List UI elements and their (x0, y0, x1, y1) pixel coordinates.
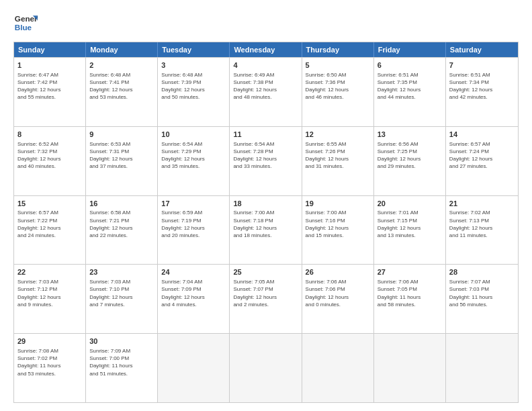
day-number: 21 (449, 199, 515, 209)
calendar-header: SundayMondayTuesdayWednesdayThursdayFrid… (14, 42, 518, 57)
day-number: 30 (89, 336, 154, 347)
calendar-cell: 28Sunrise: 7:07 AM Sunset: 7:03 PM Dayli… (446, 265, 518, 333)
calendar-cell (158, 334, 230, 402)
calendar-row: 8Sunrise: 6:52 AM Sunset: 7:32 PM Daylig… (14, 126, 518, 195)
day-number: 7 (449, 60, 515, 71)
day-info: Sunrise: 7:06 AM Sunset: 7:06 PM Dayligh… (306, 278, 370, 308)
weekday-header: Wednesday (230, 42, 302, 57)
weekday-header: Tuesday (158, 42, 230, 57)
calendar-cell: 12Sunrise: 6:55 AM Sunset: 7:26 PM Dayli… (302, 127, 374, 195)
calendar: SundayMondayTuesdayWednesdayThursdayFrid… (13, 42, 519, 403)
day-info: Sunrise: 6:47 AM Sunset: 7:42 PM Dayligh… (17, 71, 82, 101)
day-info: Sunrise: 6:50 AM Sunset: 7:36 PM Dayligh… (306, 71, 370, 101)
day-number: 17 (161, 199, 226, 209)
day-number: 16 (89, 199, 154, 209)
svg-text:General: General (15, 14, 38, 23)
calendar-cell: 18Sunrise: 7:00 AM Sunset: 7:18 PM Dayli… (230, 196, 302, 265)
day-number: 12 (306, 130, 370, 140)
calendar-cell: 2Sunrise: 6:48 AM Sunset: 7:41 PM Daylig… (86, 58, 158, 126)
day-info: Sunrise: 6:57 AM Sunset: 7:22 PM Dayligh… (17, 209, 82, 239)
calendar-cell: 21Sunrise: 7:02 AM Sunset: 7:13 PM Dayli… (446, 196, 518, 265)
calendar-body: 1Sunrise: 6:47 AM Sunset: 7:42 PM Daylig… (14, 57, 518, 402)
calendar-cell: 26Sunrise: 7:06 AM Sunset: 7:06 PM Dayli… (302, 265, 374, 333)
day-number: 10 (161, 130, 226, 140)
calendar-cell: 19Sunrise: 7:00 AM Sunset: 7:16 PM Dayli… (302, 196, 374, 265)
calendar-cell: 9Sunrise: 6:53 AM Sunset: 7:31 PM Daylig… (86, 127, 158, 195)
day-number: 1 (17, 60, 82, 71)
day-info: Sunrise: 6:54 AM Sunset: 7:29 PM Dayligh… (161, 140, 226, 171)
day-info: Sunrise: 7:08 AM Sunset: 7:02 PM Dayligh… (17, 347, 82, 377)
day-info: Sunrise: 7:07 AM Sunset: 7:03 PM Dayligh… (449, 278, 515, 308)
day-info: Sunrise: 7:04 AM Sunset: 7:09 PM Dayligh… (161, 278, 226, 308)
day-number: 26 (306, 267, 370, 277)
calendar-cell: 8Sunrise: 6:52 AM Sunset: 7:32 PM Daylig… (14, 127, 86, 195)
day-info: Sunrise: 6:57 AM Sunset: 7:24 PM Dayligh… (449, 140, 515, 171)
day-number: 2 (89, 60, 154, 71)
day-number: 11 (233, 130, 298, 140)
day-info: Sunrise: 6:59 AM Sunset: 7:19 PM Dayligh… (161, 209, 226, 239)
calendar-cell: 4Sunrise: 6:49 AM Sunset: 7:38 PM Daylig… (230, 58, 302, 126)
day-info: Sunrise: 7:06 AM Sunset: 7:05 PM Dayligh… (378, 278, 442, 308)
day-info: Sunrise: 6:48 AM Sunset: 7:39 PM Dayligh… (161, 71, 226, 101)
header: General Blue (13, 11, 519, 35)
day-number: 25 (233, 267, 298, 277)
day-number: 29 (17, 336, 82, 347)
day-number: 13 (378, 130, 442, 140)
page: General Blue SundayMondayTuesdayWednesda… (0, 0, 532, 411)
day-info: Sunrise: 6:56 AM Sunset: 7:25 PM Dayligh… (378, 140, 442, 171)
logo-icon: General Blue (13, 11, 38, 35)
calendar-cell: 30Sunrise: 7:09 AM Sunset: 7:00 PM Dayli… (86, 334, 158, 402)
day-number: 6 (378, 60, 442, 71)
day-number: 18 (233, 199, 298, 209)
calendar-cell: 25Sunrise: 7:05 AM Sunset: 7:07 PM Dayli… (230, 265, 302, 333)
calendar-cell (230, 334, 302, 402)
day-number: 27 (378, 267, 442, 277)
calendar-row: 22Sunrise: 7:03 AM Sunset: 7:12 PM Dayli… (14, 264, 518, 333)
svg-text:Blue: Blue (15, 23, 32, 32)
calendar-cell: 6Sunrise: 6:51 AM Sunset: 7:35 PM Daylig… (374, 58, 446, 126)
calendar-cell: 5Sunrise: 6:50 AM Sunset: 7:36 PM Daylig… (302, 58, 374, 126)
day-number: 22 (17, 267, 82, 277)
calendar-cell: 13Sunrise: 6:56 AM Sunset: 7:25 PM Dayli… (374, 127, 446, 195)
weekday-header: Monday (86, 42, 158, 57)
calendar-cell: 24Sunrise: 7:04 AM Sunset: 7:09 PM Dayli… (158, 265, 230, 333)
calendar-cell: 17Sunrise: 6:59 AM Sunset: 7:19 PM Dayli… (158, 196, 230, 265)
day-info: Sunrise: 6:48 AM Sunset: 7:41 PM Dayligh… (89, 71, 154, 101)
day-number: 9 (89, 130, 154, 140)
day-info: Sunrise: 6:54 AM Sunset: 7:28 PM Dayligh… (233, 140, 298, 171)
calendar-cell: 22Sunrise: 7:03 AM Sunset: 7:12 PM Dayli… (14, 265, 86, 333)
day-info: Sunrise: 6:55 AM Sunset: 7:26 PM Dayligh… (306, 140, 370, 171)
day-number: 4 (233, 60, 298, 71)
calendar-cell: 10Sunrise: 6:54 AM Sunset: 7:29 PM Dayli… (158, 127, 230, 195)
day-info: Sunrise: 7:02 AM Sunset: 7:13 PM Dayligh… (449, 209, 515, 239)
calendar-cell: 11Sunrise: 6:54 AM Sunset: 7:28 PM Dayli… (230, 127, 302, 195)
calendar-cell: 7Sunrise: 6:51 AM Sunset: 7:34 PM Daylig… (446, 58, 518, 126)
day-info: Sunrise: 6:51 AM Sunset: 7:34 PM Dayligh… (449, 71, 515, 101)
day-number: 5 (306, 60, 370, 71)
day-info: Sunrise: 7:03 AM Sunset: 7:12 PM Dayligh… (17, 278, 82, 308)
day-number: 20 (378, 199, 442, 209)
logo: General Blue (13, 11, 38, 35)
calendar-cell: 16Sunrise: 6:58 AM Sunset: 7:21 PM Dayli… (86, 196, 158, 265)
day-number: 3 (161, 60, 226, 71)
day-number: 15 (17, 199, 82, 209)
day-number: 24 (161, 267, 226, 277)
day-number: 8 (17, 130, 82, 140)
calendar-cell (374, 334, 446, 402)
day-number: 28 (449, 267, 515, 277)
weekday-header: Thursday (302, 42, 374, 57)
weekday-header: Friday (374, 42, 446, 57)
day-info: Sunrise: 6:53 AM Sunset: 7:31 PM Dayligh… (89, 140, 154, 171)
day-number: 14 (449, 130, 515, 140)
calendar-cell (446, 334, 518, 402)
calendar-cell: 15Sunrise: 6:57 AM Sunset: 7:22 PM Dayli… (14, 196, 86, 265)
weekday-header: Sunday (14, 42, 86, 57)
day-info: Sunrise: 6:49 AM Sunset: 7:38 PM Dayligh… (233, 71, 298, 101)
calendar-row: 29Sunrise: 7:08 AM Sunset: 7:02 PM Dayli… (14, 333, 518, 402)
weekday-header: Saturday (446, 42, 518, 57)
calendar-row: 15Sunrise: 6:57 AM Sunset: 7:22 PM Dayli… (14, 195, 518, 265)
calendar-row: 1Sunrise: 6:47 AM Sunset: 7:42 PM Daylig… (14, 57, 518, 126)
calendar-cell: 3Sunrise: 6:48 AM Sunset: 7:39 PM Daylig… (158, 58, 230, 126)
day-number: 19 (306, 199, 370, 209)
calendar-cell: 27Sunrise: 7:06 AM Sunset: 7:05 PM Dayli… (374, 265, 446, 333)
